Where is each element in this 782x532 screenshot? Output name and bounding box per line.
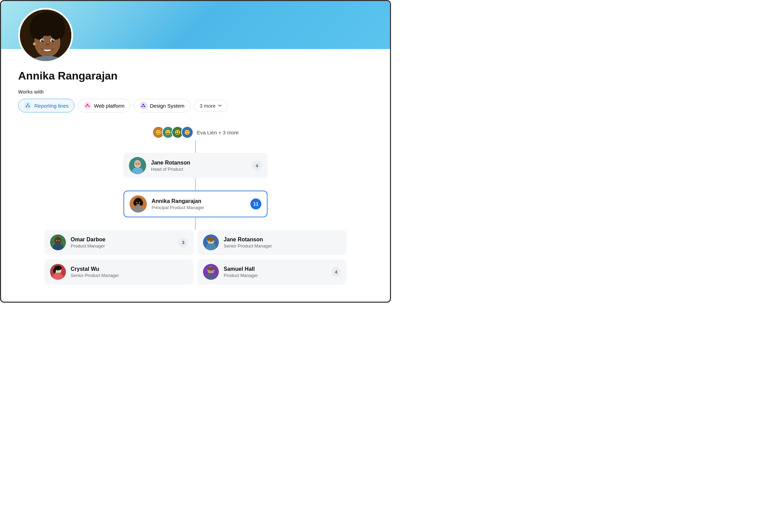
report-card-samuel[interactable]: Samuel Hall Product Manager 4	[198, 259, 346, 285]
tag-reporting-lines[interactable]: Reporting lines	[18, 99, 74, 112]
svg-point-14	[45, 44, 49, 46]
svg-point-70	[53, 268, 56, 273]
jane-avatar	[203, 234, 219, 250]
team-icon	[84, 102, 91, 109]
direct-reports-grid: Omar Darboe Product Manager 3	[45, 230, 346, 285]
manager-avatar	[129, 157, 146, 174]
tag-web-platform[interactable]: Web platform	[78, 99, 130, 112]
samuel-info: Samuel Hall Product Manager	[224, 266, 327, 278]
svg-rect-17	[26, 106, 27, 107]
samuel-title: Product Manager	[224, 273, 327, 278]
manager-title: Head of Product	[151, 167, 247, 172]
svg-point-6	[50, 21, 62, 40]
svg-point-37	[139, 164, 140, 165]
svg-point-36	[136, 164, 137, 165]
svg-point-54	[59, 241, 60, 241]
self-name: Annika Rangarajan	[152, 198, 246, 204]
manager-name: Jane Rotanson	[151, 160, 247, 166]
connector-line-3	[195, 217, 196, 230]
omar-title: Product Manager	[71, 243, 174, 249]
svg-point-43	[140, 200, 143, 206]
top-people-label: Eva Lien + 3 more	[197, 130, 239, 135]
avatar-stack: 😊 😄 😃 🙂	[152, 126, 193, 138]
samuel-avatar	[203, 264, 219, 280]
svg-rect-16	[27, 104, 28, 105]
self-title: Principal Product Manager	[152, 205, 246, 210]
svg-point-13	[53, 40, 54, 41]
tags-row: Reporting lines Web platform	[18, 99, 373, 112]
svg-point-42	[133, 200, 137, 206]
svg-point-35	[134, 160, 141, 166]
tag-reporting-lines-label: Reporting lines	[34, 103, 69, 109]
svg-point-47	[139, 202, 140, 203]
svg-rect-18	[28, 106, 30, 107]
crystal-info: Crystal Wu Senior Product Manager	[71, 266, 188, 278]
omar-name: Omar Darboe	[71, 237, 174, 243]
avatar-mini-4: 🙂	[181, 126, 193, 138]
tag-design-system[interactable]: Design System	[134, 99, 190, 112]
self-count: 11	[250, 198, 261, 209]
top-people-row[interactable]: 😊 😄 😃 🙂 Eva Lien + 3 more	[152, 126, 239, 138]
self-info: Annika Rangarajan Principal Product Mana…	[152, 198, 246, 210]
report-card-jane[interactable]: Jane Rotanson Senior Product Manager	[198, 230, 346, 255]
omar-info: Omar Darboe Product Manager	[71, 237, 174, 249]
omar-count: 3	[178, 238, 188, 247]
profile-name: Annika Rangarajan	[18, 70, 373, 82]
report-card-crystal[interactable]: Crystal Wu Senior Product Manager	[45, 259, 193, 285]
manager-info: Jane Rotanson Head of Product	[151, 160, 247, 172]
profile-avatar	[18, 8, 73, 63]
jane-info: Jane Rotanson Senior Product Manager	[224, 237, 341, 249]
crystal-title: Senior Product Manager	[71, 273, 188, 278]
samuel-count: 4	[331, 267, 341, 277]
omar-avatar	[50, 234, 66, 250]
self-avatar	[130, 195, 147, 213]
svg-point-23	[87, 104, 88, 106]
svg-line-30	[144, 105, 144, 106]
svg-point-81	[210, 270, 210, 271]
connector-line-2	[195, 178, 196, 191]
svg-line-29	[142, 105, 143, 106]
tag-design-system-label: Design System	[150, 103, 185, 109]
manager-count: 4	[252, 160, 262, 171]
tag-web-platform-label: Web platform	[94, 103, 125, 109]
svg-point-46	[137, 202, 138, 203]
works-with-label: Works with	[18, 89, 373, 95]
svg-point-15	[33, 43, 36, 45]
svg-point-5	[33, 21, 45, 40]
jane-title: Senior Product Manager	[224, 243, 341, 249]
jane-name: Jane Rotanson	[224, 237, 341, 243]
chevron-down-icon	[218, 104, 222, 108]
report-card-omar[interactable]: Omar Darboe Product Manager 3	[45, 230, 193, 255]
design-icon	[140, 102, 147, 109]
connector-line-1	[195, 141, 196, 153]
svg-point-74	[59, 270, 60, 271]
svg-point-12	[43, 40, 44, 41]
org-chart: 😊 😄 😃 🙂 Eva Lien + 3 more	[18, 126, 373, 285]
more-button[interactable]: 3 more	[194, 100, 228, 112]
crystal-name: Crystal Wu	[71, 266, 188, 272]
self-card[interactable]: Annika Rangarajan Principal Product Mana…	[123, 191, 268, 217]
svg-point-73	[57, 270, 57, 271]
org-icon	[24, 102, 32, 109]
more-button-label: 3 more	[200, 103, 216, 109]
manager-card[interactable]: Jane Rotanson Head of Product 4	[123, 153, 268, 178]
samuel-name: Samuel Hall	[224, 266, 327, 272]
svg-point-61	[210, 241, 210, 242]
svg-point-53	[57, 241, 57, 241]
crystal-avatar	[50, 264, 66, 280]
